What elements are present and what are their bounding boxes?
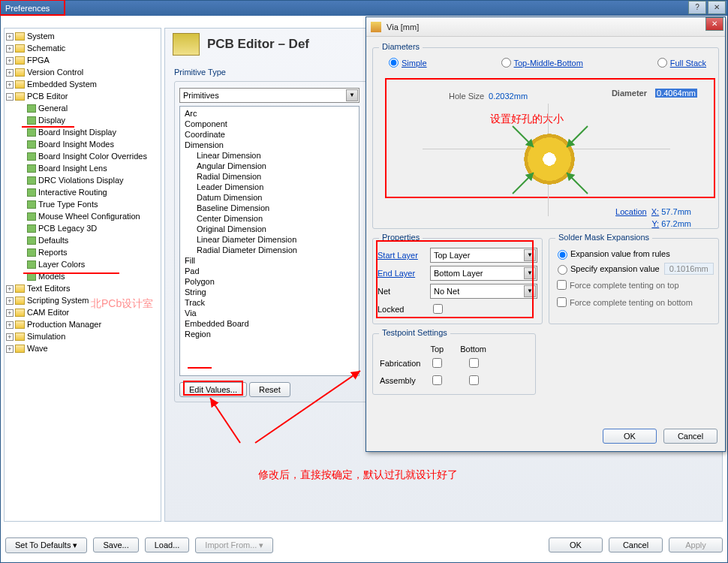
- tent-top-checkbox[interactable]: [557, 280, 567, 290]
- annotation-underline: [23, 272, 119, 274]
- diameters-group-label: Diameters: [379, 42, 423, 51]
- tree-item-pcb-editor[interactable]: −PCB Editor: [6, 90, 159, 102]
- tree-subitem[interactable]: Mouse Wheel Configuration: [6, 210, 159, 222]
- via-cancel-button[interactable]: Cancel: [663, 429, 717, 444]
- save-button[interactable]: Save...: [93, 537, 138, 552]
- preferences-footer: Set To Defaults ▾ Save... Load... Import…: [5, 534, 723, 556]
- page-icon: [27, 212, 36, 221]
- fab-top-checkbox[interactable]: [432, 358, 442, 368]
- list-item[interactable]: Leader Dimension: [182, 182, 357, 192]
- reset-button[interactable]: Reset: [249, 382, 290, 397]
- folder-icon: [15, 345, 25, 353]
- list-item[interactable]: Track: [182, 297, 357, 308]
- watermark: 北PCb设计室: [91, 297, 153, 311]
- help-button[interactable]: ?: [688, 1, 706, 14]
- tree-subitem[interactable]: Board Insight Modes: [6, 138, 159, 150]
- radio-input[interactable]: [501, 58, 511, 68]
- list-item[interactable]: Coordinate: [182, 129, 357, 140]
- assembly-label: Assembly: [379, 372, 421, 388]
- list-item[interactable]: Fill: [182, 255, 357, 266]
- tree-subitem[interactable]: Display: [6, 114, 159, 126]
- location-y[interactable]: 67.2mm: [661, 219, 691, 228]
- primitives-list[interactable]: ArcComponentCoordinateDimensionLinear Di…: [179, 106, 359, 376]
- tree-subitem[interactable]: PCB Legacy 3D: [6, 222, 159, 234]
- tree-subitem[interactable]: Board Insight Display: [6, 126, 159, 138]
- import-from-button[interactable]: Import From... ▾: [195, 537, 273, 553]
- tree-item[interactable]: +Production Manager: [6, 318, 159, 330]
- tree-subitem[interactable]: True Type Fonts: [6, 198, 159, 210]
- svg-line-5: [567, 173, 588, 194]
- tree-item[interactable]: +Schematic: [6, 42, 159, 54]
- tree-subitem[interactable]: General: [6, 102, 159, 114]
- folder-icon: [15, 80, 25, 89]
- list-item[interactable]: Datum Dimension: [182, 192, 357, 203]
- radio-input[interactable]: [657, 58, 667, 68]
- list-item[interactable]: Radial Diameter Dimension: [182, 245, 357, 255]
- folder-icon: [15, 56, 25, 65]
- preferences-titlebar: Preferences ? ✕: [1, 1, 727, 16]
- page-icon: [27, 260, 36, 269]
- list-item[interactable]: Angular Dimension: [182, 161, 357, 171]
- tree-item[interactable]: +Version Control: [6, 66, 159, 78]
- spec-exp-value[interactable]: 0.1016mm: [664, 263, 714, 275]
- list-item[interactable]: Linear Dimension: [182, 150, 357, 161]
- list-item[interactable]: Component: [182, 119, 357, 129]
- folder-icon: [15, 333, 25, 341]
- list-item[interactable]: Center Dimension: [182, 213, 357, 224]
- list-item[interactable]: Original Dimension: [182, 224, 357, 234]
- spec-exp-radio[interactable]: [558, 265, 567, 275]
- tree-item[interactable]: +Wave: [6, 342, 159, 354]
- simple-radio[interactable]: Simple: [385, 56, 427, 68]
- set-to-defaults-button[interactable]: Set To Defaults ▾: [5, 537, 87, 553]
- annotation-box: [0, 0, 65, 16]
- page-icon: [27, 200, 36, 209]
- page-icon: [27, 164, 36, 173]
- tree-subitem[interactable]: Layer Colors: [6, 258, 159, 270]
- list-item[interactable]: Via: [182, 308, 357, 318]
- tree-subitem[interactable]: Interactive Routing: [6, 186, 159, 198]
- tree-subitem[interactable]: Defaults: [6, 234, 159, 246]
- apply-button[interactable]: Apply: [669, 537, 723, 552]
- assy-top-checkbox[interactable]: [432, 375, 442, 385]
- tree-subitem[interactable]: Board Insight Color Overrides: [6, 150, 159, 162]
- folder-icon: [15, 297, 25, 305]
- radio-input[interactable]: [389, 58, 399, 68]
- hole-size-value[interactable]: 0.2032mm: [489, 92, 528, 101]
- list-item[interactable]: String: [182, 287, 357, 297]
- page-icon: [27, 116, 36, 125]
- fab-bottom-checkbox[interactable]: [469, 358, 479, 368]
- close-button[interactable]: ✕: [708, 1, 726, 14]
- tree-item[interactable]: +System: [6, 30, 159, 42]
- primitives-dropdown[interactable]: Primitives▼: [179, 88, 359, 103]
- assy-bottom-checkbox[interactable]: [469, 375, 479, 385]
- tree-subitem[interactable]: DRC Violations Display: [6, 174, 159, 186]
- tree-subitem[interactable]: Reports: [6, 246, 159, 258]
- tree-item[interactable]: +Embedded System: [6, 78, 159, 90]
- list-item[interactable]: Dimension: [182, 140, 357, 150]
- cancel-button[interactable]: Cancel: [609, 537, 663, 552]
- list-item[interactable]: Pad: [182, 266, 357, 276]
- list-item[interactable]: Baseline Dimension: [182, 203, 357, 213]
- folder-icon: [15, 92, 25, 101]
- close-button[interactable]: ✕: [705, 17, 723, 31]
- exp-rules-radio[interactable]: [558, 250, 567, 260]
- list-item[interactable]: Radial Dimension: [182, 171, 357, 182]
- list-item[interactable]: Linear Diameter Dimension: [182, 234, 357, 245]
- tmb-radio[interactable]: Top-Middle-Bottom: [498, 56, 583, 68]
- load-button[interactable]: Load...: [145, 537, 190, 552]
- via-ok-button[interactable]: OK: [603, 429, 657, 444]
- ok-button[interactable]: OK: [549, 537, 603, 552]
- list-item[interactable]: Embedded Board: [182, 318, 357, 329]
- tree-item[interactable]: +FPGA: [6, 54, 159, 66]
- via-title: Via [mm]: [387, 23, 419, 32]
- list-item[interactable]: Polygon: [182, 276, 357, 287]
- list-item[interactable]: Arc: [182, 108, 357, 119]
- fullstack-radio[interactable]: Full Stack: [654, 56, 706, 68]
- diameter-value[interactable]: 0.4064mm: [655, 89, 697, 98]
- location-x[interactable]: 57.7mm: [661, 207, 691, 216]
- tent-bottom-checkbox[interactable]: [557, 297, 567, 307]
- tree-subitem[interactable]: Board Insight Lens: [6, 162, 159, 174]
- tree-item[interactable]: +Simulation: [6, 330, 159, 342]
- tree-item[interactable]: +Text Editors: [6, 282, 159, 294]
- list-item[interactable]: Region: [182, 329, 357, 339]
